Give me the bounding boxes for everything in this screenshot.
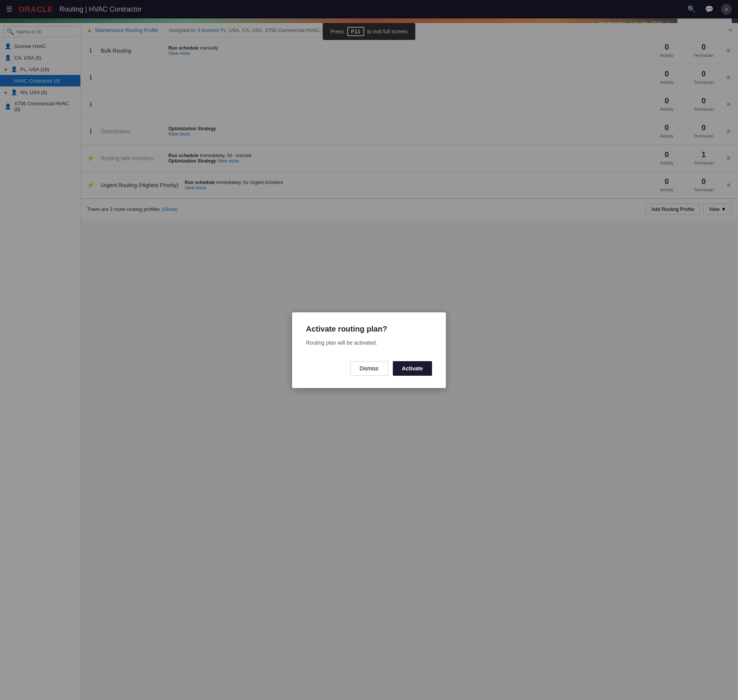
dismiss-button[interactable]: Dismiss — [350, 361, 388, 376]
activate-button[interactable]: Activate — [393, 361, 432, 376]
modal-dialog: Activate routing plan? Routing plan will… — [292, 312, 446, 388]
modal-title: Activate routing plan? — [306, 325, 432, 333]
modal-body: Routing plan will be activated. — [306, 340, 432, 346]
modal-overlay[interactable]: Activate routing plan? Routing plan will… — [0, 0, 738, 700]
modal-actions: Dismiss Activate — [306, 361, 432, 376]
